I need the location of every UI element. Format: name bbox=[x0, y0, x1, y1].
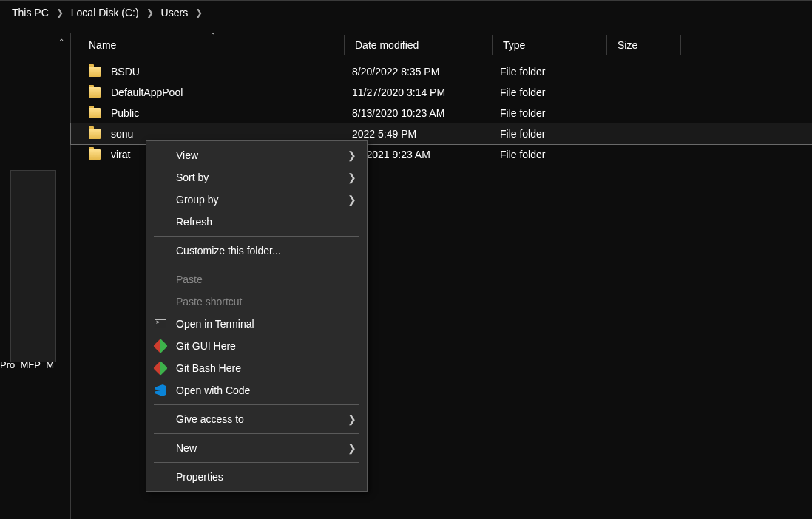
chevron-right-icon: ❯ bbox=[348, 413, 356, 425]
sidebar-item-label[interactable]: Pro_MFP_M bbox=[0, 359, 54, 370]
chevron-right-icon: ❯ bbox=[348, 194, 356, 206]
context-menu-label: Customize this folder... bbox=[176, 245, 281, 257]
context-menu-separator bbox=[154, 236, 359, 237]
context-menu-label: Paste shortcut bbox=[176, 296, 243, 308]
file-date: 8/20/2022 8:35 PM bbox=[352, 66, 500, 78]
content-area: ⌃ Pro_MFP_M ⌃ Name Date modified Type Si… bbox=[0, 33, 812, 519]
folder-icon bbox=[89, 67, 101, 77]
context-menu-item[interactable]: New❯ bbox=[146, 437, 367, 459]
breadcrumb-drive[interactable]: Local Disk (C:) bbox=[65, 5, 145, 20]
git-icon bbox=[154, 362, 167, 375]
context-menu-separator bbox=[154, 404, 359, 405]
column-header-date[interactable]: Date modified bbox=[345, 35, 493, 55]
context-menu-label: Open with Code bbox=[176, 384, 250, 396]
context-menu-item[interactable]: Sort by❯ bbox=[146, 166, 367, 189]
context-menu-separator bbox=[154, 462, 359, 463]
context-menu-separator bbox=[154, 265, 359, 265]
chevron-right-icon: ❯ bbox=[145, 7, 155, 18]
context-menu-label: Properties bbox=[176, 471, 223, 483]
file-name: Public bbox=[111, 107, 352, 119]
context-menu-item[interactable]: Git Bash Here bbox=[146, 357, 367, 379]
column-headers: Name Date modified Type Size bbox=[71, 33, 812, 57]
context-menu-label: Refresh bbox=[176, 216, 212, 228]
breadcrumb-users[interactable]: Users bbox=[155, 5, 194, 20]
context-menu-item[interactable]: Give access to❯ bbox=[146, 408, 367, 430]
terminal-icon bbox=[154, 317, 167, 330]
file-row[interactable]: DefaultAppPool11/27/2020 3:14 PMFile fol… bbox=[71, 82, 812, 103]
context-menu-label: Paste bbox=[176, 274, 203, 285]
folder-icon bbox=[89, 87, 101, 98]
folder-icon bbox=[89, 149, 101, 160]
context-menu-label: Group by bbox=[176, 194, 219, 206]
context-menu-item[interactable]: Git GUI Here bbox=[146, 335, 367, 357]
chevron-right-icon: ❯ bbox=[348, 149, 356, 161]
context-menu-label: Git Bash Here bbox=[176, 362, 241, 374]
context-menu-item[interactable]: Refresh bbox=[146, 211, 367, 233]
folder-icon bbox=[89, 108, 101, 118]
chevron-right-icon: ❯ bbox=[348, 442, 356, 454]
file-type: File folder bbox=[500, 66, 615, 78]
scroll-up-icon[interactable]: ⌃ bbox=[0, 38, 70, 46]
file-date: 8/13/2020 10:23 AM bbox=[352, 107, 500, 119]
context-menu-label: Open in Terminal bbox=[176, 318, 254, 330]
context-menu-label: View bbox=[176, 149, 198, 161]
context-menu-item: Paste shortcut bbox=[146, 291, 367, 313]
column-header-size[interactable]: Size bbox=[607, 35, 681, 55]
folder-icon bbox=[89, 129, 101, 139]
file-date: 10/2021 9:23 AM bbox=[352, 149, 500, 160]
chevron-right-icon: ❯ bbox=[55, 7, 65, 18]
context-menu-separator bbox=[154, 433, 359, 434]
context-menu-label: Git GUI Here bbox=[176, 340, 236, 352]
vscode-icon bbox=[154, 384, 167, 397]
column-header-type[interactable]: Type bbox=[493, 35, 607, 55]
context-menu-item[interactable]: Properties bbox=[146, 466, 367, 488]
context-menu-item[interactable]: Open with Code bbox=[146, 379, 367, 401]
file-name: sonu bbox=[111, 128, 352, 140]
context-menu: View❯Sort by❯Group by❯RefreshCustomize t… bbox=[146, 140, 368, 492]
chevron-right-icon: ❯ bbox=[348, 172, 356, 183]
context-menu-item[interactable]: Open in Terminal bbox=[146, 313, 367, 335]
file-name: BSDU bbox=[111, 66, 352, 78]
git-icon bbox=[154, 339, 167, 353]
context-menu-label: Sort by bbox=[176, 172, 209, 183]
breadcrumb-thispc[interactable]: This PC bbox=[6, 5, 55, 20]
context-menu-item[interactable]: Customize this folder... bbox=[146, 240, 367, 262]
column-header-name[interactable]: Name bbox=[71, 35, 345, 55]
file-date: 11/27/2020 3:14 PM bbox=[352, 86, 500, 98]
context-menu-label: New bbox=[176, 442, 197, 454]
context-menu-item[interactable]: Group by❯ bbox=[146, 189, 367, 211]
file-row[interactable]: BSDU8/20/2022 8:35 PMFile folder bbox=[71, 61, 812, 82]
chevron-right-icon: ❯ bbox=[194, 7, 204, 18]
file-name: DefaultAppPool bbox=[111, 86, 352, 98]
context-menu-item[interactable]: View❯ bbox=[146, 144, 367, 166]
file-type: File folder bbox=[500, 107, 615, 119]
file-type: File folder bbox=[500, 86, 615, 98]
file-type: File folder bbox=[500, 149, 615, 160]
context-menu-label: Give access to bbox=[176, 413, 244, 425]
file-date: 2022 5:49 PM bbox=[352, 128, 500, 140]
file-type: File folder bbox=[500, 128, 615, 140]
context-menu-item: Paste bbox=[146, 268, 367, 291]
breadcrumb: This PC ❯ Local Disk (C:) ❯ Users ❯ bbox=[0, 1, 812, 24]
sidebar: ⌃ Pro_MFP_M bbox=[0, 33, 71, 519]
file-row[interactable]: Public8/13/2020 10:23 AMFile folder bbox=[71, 103, 812, 123]
sidebar-preview-block[interactable] bbox=[10, 170, 56, 362]
